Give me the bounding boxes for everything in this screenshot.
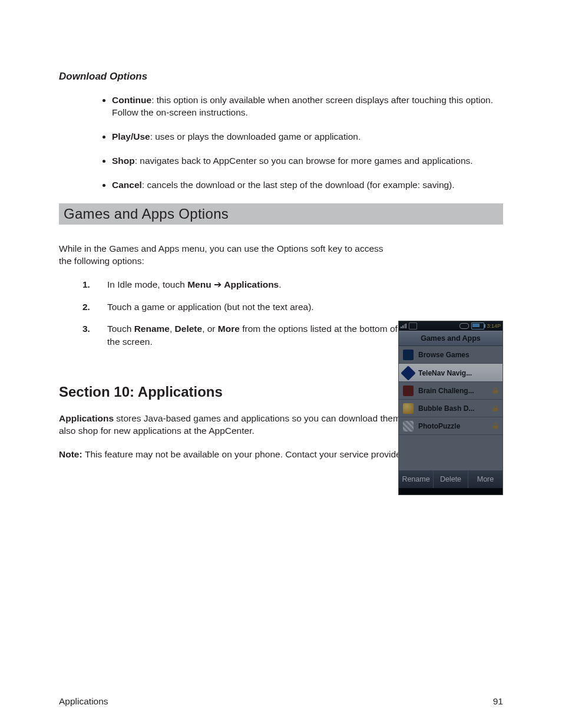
bullet-play-use: Play/Use: uses or plays the downloaded g… xyxy=(112,131,503,143)
status-bar: 3:14P xyxy=(399,321,503,331)
row-browse-games[interactable]: Browse Games xyxy=(399,346,503,364)
telenav-icon xyxy=(401,365,415,380)
row-label: Browse Games xyxy=(418,351,498,359)
bullet-cancel: Cancel: cancels the download or the last… xyxy=(112,179,503,192)
lock-icon xyxy=(492,405,498,411)
softkey-bar: Rename Delete More xyxy=(399,470,503,488)
row-photopuzzle[interactable]: PhotoPuzzle xyxy=(399,417,503,435)
browse-games-icon xyxy=(403,350,414,360)
softkey-rename[interactable]: Rename xyxy=(399,470,434,488)
brain-challenge-icon xyxy=(403,386,414,396)
row-label: PhotoPuzzle xyxy=(418,422,488,430)
footer-right: 91 xyxy=(493,696,503,707)
row-brain-challenge[interactable]: Brain Challeng... xyxy=(399,382,503,400)
softkey-delete[interactable]: Delete xyxy=(434,470,468,488)
row-telenav[interactable]: TeleNav Navig... xyxy=(399,364,503,382)
row-label: Bubble Bash D... xyxy=(418,404,488,413)
bullet-shop: Shop: navigates back to AppCenter so you… xyxy=(112,155,503,167)
lock-icon xyxy=(492,423,498,429)
step-3: 3. Touch Rename, Delete, or More from th… xyxy=(82,322,412,348)
bullet-continue: Continue: this option is only available … xyxy=(112,94,503,119)
section-heading-games-and-apps-options: Games and Apps Options xyxy=(59,203,503,225)
photopuzzle-icon xyxy=(403,421,414,431)
footer-left: Applications xyxy=(59,696,108,707)
status-time: 3:14P xyxy=(487,323,501,329)
signal-icon xyxy=(401,324,406,328)
step-2: 2. Touch a game or application (but not … xyxy=(82,301,412,314)
step-1: 1. In Idle mode, touch Menu ➔ Applicatio… xyxy=(82,278,412,291)
download-options-list: Continue: this option is only available … xyxy=(59,94,503,192)
battery-icon xyxy=(471,322,484,330)
softkey-more[interactable]: More xyxy=(468,470,503,488)
lock-icon xyxy=(492,387,498,394)
app-list: Browse Games TeleNav Navig... Brain Chal… xyxy=(399,346,503,470)
voicemail-icon xyxy=(459,323,469,329)
row-bubble-bash[interactable]: Bubble Bash D... xyxy=(399,400,503,417)
phone-screenshot: 3:14P Games and Apps Browse Games TeleNa… xyxy=(398,321,503,495)
bubble-bash-icon xyxy=(403,403,414,414)
steps-list: 1. In Idle mode, touch Menu ➔ Applicatio… xyxy=(82,278,412,348)
page-footer: Applications 91 xyxy=(59,696,503,707)
row-label: Brain Challeng... xyxy=(418,387,488,395)
subsection-download-options: Download Options xyxy=(59,71,503,83)
screen-title: Games and Apps xyxy=(399,331,503,346)
intro-paragraph: While in the Games and Apps menu, you ca… xyxy=(59,242,389,268)
sim-icon xyxy=(409,322,417,330)
row-label: TeleNav Navig... xyxy=(418,369,498,377)
list-filler xyxy=(399,435,503,470)
